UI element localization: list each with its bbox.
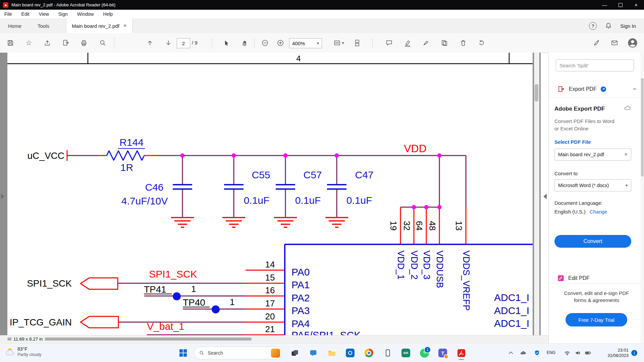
acrobat-taskbar-button[interactable] — [454, 346, 469, 360]
taskbar-clock[interactable]: 23:01 31/08/2023 — [599, 347, 629, 358]
send-email-button[interactable] — [608, 37, 621, 49]
window-titlebar[interactable]: Main board rev_2.pdf - Adobe Acrobat Rea… — [0, 0, 644, 10]
panel-scrollbar-thumb[interactable] — [641, 78, 644, 177]
highlight-button[interactable] — [401, 37, 414, 49]
wifi-tray-icon[interactable] — [564, 349, 571, 357]
battery-tray-icon[interactable] — [584, 349, 592, 357]
format-dropdown[interactable]: Microsoft Word (*.docx) ▾ — [554, 179, 631, 191]
chevron-down-icon: ▾ — [626, 183, 628, 188]
account-avatar[interactable] — [627, 37, 639, 49]
chevron-down-icon: ▾ — [317, 41, 319, 46]
collapse-right-pane-icon[interactable] — [541, 194, 547, 199]
zoom-level-dropdown[interactable]: 400% ▾ — [289, 38, 322, 48]
tab-bar: Home Tools Main board rev_2.pdf × ? Sign… — [0, 18, 644, 34]
export-pdf-header[interactable]: Export PDF — [549, 81, 644, 98]
maximize-button[interactable] — [612, 0, 628, 10]
sign-in-button[interactable]: Sign In — [620, 23, 636, 29]
comment-button[interactable] — [383, 37, 395, 49]
select-tool-button[interactable] — [220, 37, 232, 49]
tab-tools[interactable]: Tools — [30, 18, 57, 33]
keyboard-language[interactable]: ENG — [547, 350, 555, 355]
start-button[interactable] — [176, 346, 191, 360]
printer-icon — [80, 39, 88, 47]
convert-button[interactable]: Convert — [554, 235, 631, 248]
hand-tool-button[interactable] — [239, 37, 251, 49]
delete-button[interactable] — [457, 37, 469, 49]
document-canvas[interactable]: 4 — [0, 53, 541, 335]
chrome-button[interactable] — [362, 346, 376, 360]
chevron-up-icon[interactable] — [632, 87, 637, 92]
menu-window[interactable]: Window — [77, 11, 94, 17]
chat-button[interactable] — [306, 346, 321, 360]
onedrive-tray-icon[interactable] — [519, 349, 527, 357]
tab-home[interactable]: Home — [0, 18, 30, 33]
fill-sign-button[interactable] — [590, 37, 602, 49]
pin-number: 13 — [454, 221, 464, 231]
volume-tray-icon[interactable] — [574, 349, 582, 357]
remove-file-icon[interactable]: × — [624, 151, 628, 158]
menu-sign[interactable]: Sign — [58, 11, 68, 17]
ide-button[interactable]: IDE — [398, 346, 413, 360]
notifications-bell-icon[interactable] — [605, 22, 612, 29]
fit-width-dropdown[interactable]: ▾ — [331, 37, 347, 49]
active-app-indicator — [459, 359, 464, 360]
scroll-pages-icon — [354, 39, 361, 47]
menu-edit[interactable]: Edit — [21, 11, 30, 17]
share-button[interactable] — [41, 37, 53, 49]
security-tray-icon[interactable] — [533, 349, 541, 357]
next-page-button[interactable] — [162, 37, 174, 49]
task-view-button[interactable] — [287, 346, 302, 360]
vertical-scrollbar-thumb[interactable] — [535, 84, 538, 102]
tab-document-label: Main board rev_2.pdf — [72, 23, 119, 29]
testpoint-ref: TP41 — [144, 284, 166, 295]
tools-search-input[interactable] — [556, 59, 634, 71]
file-explorer-button[interactable] — [324, 346, 339, 360]
pin-name: PA1 — [291, 279, 310, 290]
schematic-page: 4 — [0, 53, 541, 335]
page-number-input[interactable] — [177, 38, 190, 48]
help-icon[interactable]: ? — [589, 22, 597, 30]
sign-button[interactable] — [420, 37, 432, 49]
tab-close-icon[interactable]: × — [123, 22, 127, 29]
pin-name: ADC1_I — [494, 318, 529, 329]
phone-link-button[interactable] — [380, 346, 395, 360]
notification-count-badge[interactable]: 1 — [631, 350, 637, 356]
change-language-link[interactable]: Change — [590, 209, 607, 215]
minimize-icon: — — [602, 2, 607, 8]
edit-pdf-row[interactable]: Edit PDF — [549, 273, 644, 283]
zoom-in-button[interactable] — [274, 37, 286, 49]
teams-button[interactable]: T — [435, 346, 450, 360]
menu-file[interactable]: File — [4, 11, 12, 17]
export-pdf-header-label: Export PDF — [569, 86, 597, 92]
close-button[interactable]: × — [628, 0, 644, 10]
selected-file-chip[interactable]: Main board rev_2.pdf × — [554, 148, 631, 161]
select-pdf-file-link[interactable]: Select PDF File — [554, 139, 591, 145]
organize-pages-button[interactable] — [438, 37, 450, 49]
cap-ref: C55 — [252, 169, 270, 180]
menu-view[interactable]: View — [39, 11, 49, 17]
expand-left-pane-icon[interactable] — [1, 194, 7, 199]
taskbar-search[interactable]: Search — [194, 347, 282, 359]
page-size-indicator: 11.69 x 8.27 in — [11, 336, 45, 342]
weather-widget[interactable]: 83°F Partly cloudy — [3, 346, 42, 357]
tray-overflow-button[interactable] — [507, 349, 515, 357]
save-button[interactable] — [4, 37, 16, 49]
zoom-out-button[interactable] — [259, 37, 271, 49]
whatsapp-button[interactable]: 1 — [417, 346, 432, 360]
minimize-button[interactable]: — — [597, 0, 612, 10]
favorite-button[interactable]: ☆ — [23, 37, 35, 49]
testpoint-pin: 1 — [230, 297, 234, 307]
outlook-button[interactable] — [343, 346, 358, 360]
selected-file-name: Main board rev_2.pdf — [558, 152, 604, 157]
export-button[interactable] — [60, 37, 72, 49]
pin-number: 32 — [402, 221, 412, 231]
pin-name: PA0 — [291, 266, 310, 278]
find-button[interactable] — [97, 37, 109, 49]
previous-page-button[interactable] — [144, 37, 156, 49]
menu-help[interactable]: Help — [103, 11, 113, 17]
free-trial-button[interactable]: Free 7-Day Trial — [566, 313, 627, 326]
print-button[interactable] — [78, 37, 90, 49]
page-display-button[interactable] — [351, 37, 363, 49]
tab-document[interactable]: Main board rev_2.pdf × — [66, 18, 132, 33]
rotate-button[interactable] — [476, 37, 488, 49]
